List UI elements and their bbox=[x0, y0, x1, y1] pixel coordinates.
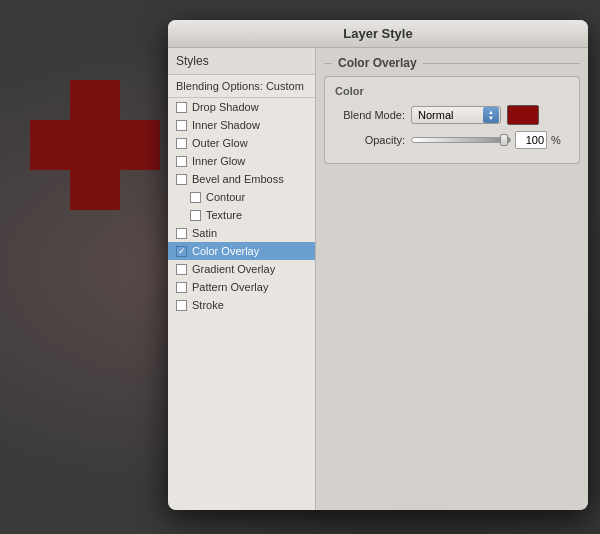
sidebar-item-drop-shadow[interactable]: Drop Shadow bbox=[168, 98, 315, 116]
satin-checkbox[interactable] bbox=[176, 228, 187, 239]
title-bar: Layer Style bbox=[168, 20, 588, 48]
sidebar-item-stroke[interactable]: Stroke bbox=[168, 296, 315, 314]
opacity-percent: % bbox=[551, 134, 561, 146]
inner-shadow-checkbox[interactable] bbox=[176, 120, 187, 131]
opacity-slider-track[interactable] bbox=[411, 137, 511, 143]
styles-header[interactable]: Styles bbox=[168, 48, 315, 75]
color-settings-group: Color Blend Mode: Normal Multiply Screen… bbox=[324, 76, 580, 164]
header-line-right bbox=[423, 63, 580, 64]
styles-panel: Styles Blending Options: Custom Drop Sha… bbox=[168, 48, 316, 510]
blending-options-item[interactable]: Blending Options: Custom bbox=[168, 75, 315, 98]
dialog-title: Layer Style bbox=[343, 26, 412, 41]
pattern-overlay-checkbox[interactable] bbox=[176, 282, 187, 293]
blend-mode-row: Blend Mode: Normal Multiply Screen Overl… bbox=[335, 105, 569, 125]
sidebar-item-inner-shadow[interactable]: Inner Shadow bbox=[168, 116, 315, 134]
gradient-overlay-checkbox[interactable] bbox=[176, 264, 187, 275]
settings-panel: Color Overlay Color Blend Mode: Normal M… bbox=[316, 48, 588, 510]
sidebar-item-color-overlay[interactable]: ✓ Color Overlay bbox=[168, 242, 315, 260]
sidebar-item-satin[interactable]: Satin bbox=[168, 224, 315, 242]
sidebar-item-outer-glow[interactable]: Outer Glow bbox=[168, 134, 315, 152]
red-cross-graphic bbox=[30, 80, 160, 210]
opacity-slider-thumb[interactable] bbox=[500, 134, 508, 146]
opacity-label: Opacity: bbox=[335, 134, 405, 146]
section-header: Color Overlay bbox=[324, 56, 580, 70]
layer-style-dialog: Layer Style Styles Blending Options: Cus… bbox=[168, 20, 588, 510]
opacity-input[interactable] bbox=[515, 131, 547, 149]
opacity-slider-container: % bbox=[411, 131, 561, 149]
color-overlay-checkbox[interactable]: ✓ bbox=[176, 246, 187, 257]
sidebar-item-gradient-overlay[interactable]: Gradient Overlay bbox=[168, 260, 315, 278]
opacity-row: Opacity: % bbox=[335, 131, 569, 149]
blend-mode-select[interactable]: Normal Multiply Screen Overlay Darken Li… bbox=[411, 106, 501, 124]
section-title: Color Overlay bbox=[338, 56, 417, 70]
sidebar-item-bevel-emboss[interactable]: Bevel and Emboss bbox=[168, 170, 315, 188]
stroke-checkbox[interactable] bbox=[176, 300, 187, 311]
sidebar-item-inner-glow[interactable]: Inner Glow bbox=[168, 152, 315, 170]
outer-glow-checkbox[interactable] bbox=[176, 138, 187, 149]
drop-shadow-checkbox[interactable] bbox=[176, 102, 187, 113]
blend-mode-label: Blend Mode: bbox=[335, 109, 405, 121]
header-line-left bbox=[324, 63, 332, 64]
bevel-emboss-checkbox[interactable] bbox=[176, 174, 187, 185]
texture-checkbox[interactable] bbox=[190, 210, 201, 221]
blend-mode-wrapper: Normal Multiply Screen Overlay Darken Li… bbox=[411, 106, 501, 124]
color-swatch[interactable] bbox=[507, 105, 539, 125]
group-title: Color bbox=[335, 85, 569, 97]
contour-checkbox[interactable] bbox=[190, 192, 201, 203]
sidebar-item-contour[interactable]: Contour bbox=[168, 188, 315, 206]
dialog-body: Styles Blending Options: Custom Drop Sha… bbox=[168, 48, 588, 510]
sidebar-item-texture[interactable]: Texture bbox=[168, 206, 315, 224]
sidebar-item-pattern-overlay[interactable]: Pattern Overlay bbox=[168, 278, 315, 296]
inner-glow-checkbox[interactable] bbox=[176, 156, 187, 167]
